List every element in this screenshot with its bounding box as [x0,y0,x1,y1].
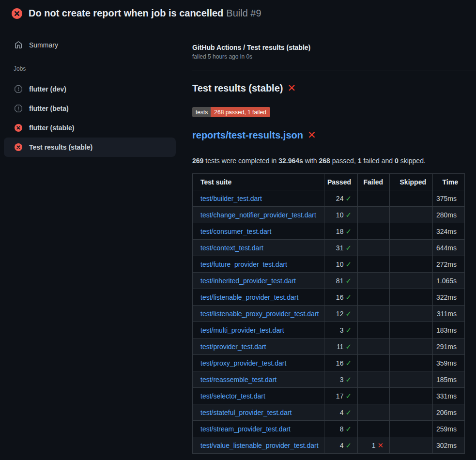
test-suite-link[interactable]: test/selector_test.dart [200,392,265,400]
test-suite-link[interactable]: test/reassemble_test.dart [200,376,276,383]
test-suite-link[interactable]: test/future_provider_test.dart [200,261,287,268]
test-suite-link[interactable]: test/stateful_provider_test.dart [200,409,292,416]
check-icon: ✓ [345,375,352,384]
check-icon: ✓ [345,309,352,318]
test-suite-link[interactable]: test/proxy_provider_test.dart [200,359,286,367]
failed-cell [358,207,390,223]
sidebar-item-summary[interactable]: Summary [0,36,181,54]
test-suite-link[interactable]: test/value_listenable_provider_test.dart [200,442,319,449]
suite-cell: test/future_provider_test.dart [193,256,324,273]
passed-cell: 16✓ [324,289,358,306]
home-icon [15,41,22,49]
job-label: flutter (beta) [29,105,69,112]
suite-cell: test/reassemble_test.dart [193,371,324,388]
passed-cell: 12✓ [324,306,358,322]
sidebar-item-flutter-stable[interactable]: flutter (stable) [4,118,176,138]
cancelled-stop-icon [15,105,22,112]
passed-cell-value: 18 [336,228,344,235]
suite-cell: test/builder_test.dart [193,190,324,207]
job-status-line: failed 5 hours ago in 0s [192,53,476,60]
time-cell: 359ms [433,355,465,371]
test-suite-link[interactable]: test/consumer_test.dart [200,228,271,235]
summary-number: 32.964s [278,157,303,165]
passed-cell-value: 12 [336,310,344,318]
failed-cell [358,371,390,388]
skipped-cell [390,207,433,223]
check-icon: ✓ [345,293,352,302]
test-suite-link[interactable]: test/provider_test.dart [200,343,266,351]
skipped-cell [390,322,433,338]
check-icon: ✓ [345,244,352,252]
column-header-test-suite: Test suite [193,174,324,190]
check-icon: ✓ [345,260,352,269]
job-detail-panel: GitHub Actions / Test results (stable) f… [192,44,476,454]
failed-cell [358,306,390,322]
test-suite-link[interactable]: test/multi_provider_test.dart [200,326,284,334]
job-label: flutter (dev) [29,85,66,93]
time-cell: 206ms [433,404,465,421]
passed-cell-value: 10 [336,261,344,268]
passed-cell: 4✓ [324,437,358,454]
test-suite-link[interactable]: test/stream_provider_test.dart [200,425,291,433]
skipped-cell [390,388,433,404]
failed-cell [358,355,390,371]
failed-cell [358,404,390,421]
report-link[interactable]: reports/test-results.json [192,130,303,141]
skipped-cell [390,404,433,421]
time-cell: 375ms [433,190,465,207]
failed-circle-icon [15,143,22,151]
test-results-table-body: test/builder_test.dart24✓375mstest/chang… [193,190,465,454]
summary-text: with [303,157,319,165]
check-icon: ✓ [345,342,352,351]
skipped-cell [390,355,433,371]
table-row: test/inherited_provider_test.dart81✓1.06… [193,273,465,289]
table-row: test/provider_test.dart11✓291ms [193,338,465,355]
column-header-failed: Failed [358,174,390,190]
passed-cell-value: 16 [336,359,344,367]
suite-cell: test/multi_provider_test.dart [193,322,324,338]
table-row: test/listenable_proxy_provider_test.dart… [193,306,465,322]
section-title-text: Test results (stable) [192,83,283,94]
passed-cell: 31✓ [324,240,358,256]
table-row: test/proxy_provider_test.dart16✓359ms [193,355,465,371]
run-title: Do not create report when job is cancell… [29,8,261,19]
suite-cell: test/proxy_provider_test.dart [193,355,324,371]
sidebar-item-flutter-beta[interactable]: flutter (beta) [4,99,176,118]
suite-cell: test/change_notifier_provider_test.dart [193,207,324,223]
passed-cell: 4✓ [324,404,358,421]
time-cell: 280ms [433,207,465,223]
workflow-breadcrumb: GitHub Actions / Test results (stable) [192,44,476,51]
passed-cell: 11✓ [324,338,358,355]
passed-cell-value: 81 [336,277,344,285]
test-suite-link[interactable]: test/builder_test.dart [200,195,262,202]
summary-line: 269 tests were completed in 32.964s with… [192,157,476,165]
time-cell: 272ms [433,256,465,273]
passed-cell: 81✓ [324,273,358,289]
test-suite-link[interactable]: test/context_test.dart [200,244,263,252]
passed-cell: 24✓ [324,190,358,207]
test-suite-link[interactable]: test/listenable_proxy_provider_test.dart [200,310,319,318]
passed-cell: 16✓ [324,355,358,371]
skipped-cell [390,256,433,273]
check-icon: ✓ [345,425,352,433]
column-header-passed: Passed [324,174,358,190]
failed-cell-value: 1 [372,442,376,449]
sidebar-item-flutter-dev[interactable]: flutter (dev) [4,79,176,99]
passed-cell: 8✓ [324,421,358,437]
test-suite-link[interactable]: test/inherited_provider_test.dart [200,277,296,285]
failed-cell [358,421,390,437]
skipped-cell [390,338,433,355]
time-cell: 322ms [433,289,465,306]
check-icon: ✓ [345,408,352,417]
sidebar-item-test-results-stable[interactable]: Test results (stable) [4,138,176,157]
time-cell: 183ms [433,322,465,338]
skipped-cell [390,273,433,289]
test-suite-link[interactable]: test/change_notifier_provider_test.dart [200,211,316,219]
jobs-list: flutter (dev) flutter (beta) flutter (st… [0,79,181,157]
sidebar-summary-label: Summary [29,41,58,49]
divider [192,71,476,71]
test-suite-link[interactable]: test/listenable_provider_test.dart [200,293,298,301]
summary-text: passed, [330,157,358,165]
job-label: Test results (stable) [29,143,92,151]
tests-badge: tests 268 passed, 1 failed [192,107,270,117]
